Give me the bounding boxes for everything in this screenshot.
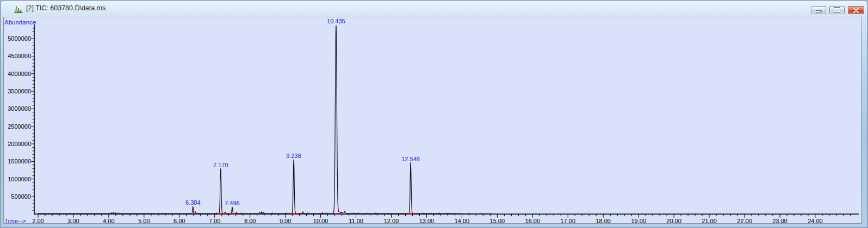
peak-label: 9.238: [286, 153, 301, 159]
svg-text:2000000: 2000000: [8, 141, 31, 147]
svg-text:9.00: 9.00: [280, 218, 291, 224]
svg-text:7.00: 7.00: [209, 218, 220, 224]
svg-text:6.00: 6.00: [173, 218, 185, 224]
svg-text:5000000: 5000000: [8, 35, 31, 42]
tic-chromatogram-plot[interactable]: 5000001000000150000020000002500000300000…: [1, 1, 868, 228]
x-axis-title: Time-->: [4, 218, 26, 224]
svg-text:16.00: 16.00: [525, 218, 541, 224]
svg-text:8.00: 8.00: [244, 218, 256, 224]
svg-text:4000000: 4000000: [8, 71, 31, 77]
peak-label: 12.548: [401, 156, 420, 162]
peak-label: 6.384: [185, 199, 201, 206]
svg-text:4.00: 4.00: [103, 218, 114, 224]
svg-text:21.00: 21.00: [702, 218, 717, 224]
svg-text:3500000: 3500000: [8, 88, 31, 94]
svg-text:1000000: 1000000: [8, 176, 31, 182]
svg-text:4500000: 4500000: [8, 53, 31, 59]
svg-text:500000: 500000: [11, 193, 31, 200]
svg-text:15.00: 15.00: [490, 218, 505, 224]
svg-text:3.00: 3.00: [67, 218, 79, 224]
svg-text:10.00: 10.00: [313, 218, 328, 224]
svg-text:11.00: 11.00: [349, 218, 363, 224]
svg-text:3000000: 3000000: [8, 105, 31, 112]
svg-text:2.00: 2.00: [32, 218, 44, 224]
peak-label: 7.170: [213, 162, 228, 168]
svg-text:12.00: 12.00: [384, 218, 399, 224]
svg-text:23.00: 23.00: [772, 218, 788, 224]
chromatogram-window: [2] TIC: 603780.D\data.ms 50000010000001…: [0, 0, 868, 228]
svg-text:19.00: 19.00: [631, 218, 646, 224]
svg-text:18.00: 18.00: [596, 218, 611, 224]
svg-text:24.00: 24.00: [808, 218, 823, 224]
svg-text:20.00: 20.00: [666, 218, 681, 224]
svg-text:1500000: 1500000: [8, 158, 31, 164]
svg-text:5.00: 5.00: [138, 218, 150, 224]
tic-trace: [38, 26, 492, 214]
y-axis-title: Abundance: [4, 19, 36, 26]
svg-text:17.00: 17.00: [560, 218, 575, 224]
svg-text:22.00: 22.00: [737, 218, 752, 224]
peak-label: 10.435: [327, 18, 345, 24]
peak-label: 7.496: [225, 200, 240, 206]
svg-text:13.00: 13.00: [419, 218, 435, 224]
svg-text:14.00: 14.00: [455, 218, 470, 224]
svg-text:2500000: 2500000: [8, 123, 31, 130]
